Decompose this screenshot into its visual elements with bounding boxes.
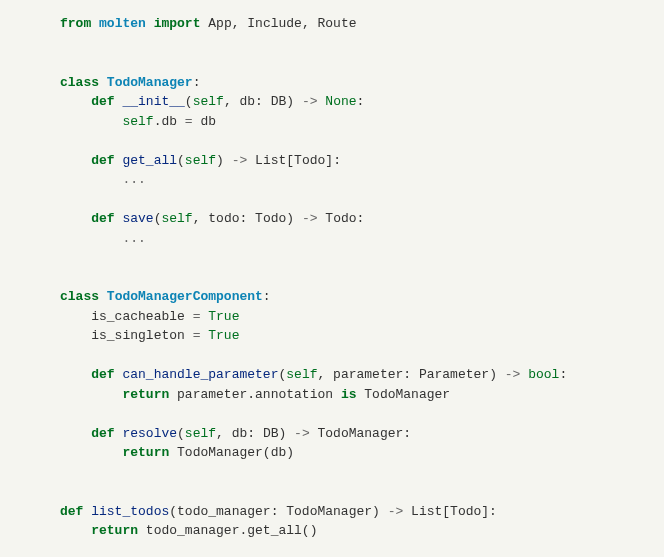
- rhs: TodoManager: [356, 387, 450, 402]
- keyword-def: def: [91, 426, 114, 441]
- self-param: self: [286, 367, 317, 382]
- rhs: db: [193, 114, 216, 129]
- equals: =: [185, 114, 193, 129]
- keyword-def: def: [91, 153, 114, 168]
- class-name: TodoManager: [107, 75, 193, 90]
- module-name: molten: [99, 16, 146, 31]
- return-type: bool: [528, 367, 559, 382]
- arrow: ->: [380, 504, 411, 519]
- keyword-class: class: [60, 289, 99, 304]
- self-param: self: [161, 211, 192, 226]
- keyword-def: def: [60, 504, 83, 519]
- paren: (: [177, 153, 185, 168]
- arrow: ->: [497, 367, 528, 382]
- bool-val: True: [200, 309, 239, 324]
- keyword-return: return: [122, 445, 169, 460]
- function-name: resolve: [122, 426, 177, 441]
- code-block: from molten import App, Include, Route c…: [0, 0, 664, 557]
- self-param: self: [185, 426, 216, 441]
- keyword-class: class: [60, 75, 99, 90]
- self-ref: self: [122, 114, 153, 129]
- expr: todo_manager.get_all(): [138, 523, 317, 538]
- bool-val: True: [200, 328, 239, 343]
- args: , todo: Todo): [193, 211, 294, 226]
- class-name: TodoManagerComponent: [107, 289, 263, 304]
- arrow: ->: [286, 426, 317, 441]
- return-type: List[Todo]: [255, 153, 333, 168]
- args: , db: DB): [224, 94, 294, 109]
- arrow: ->: [294, 211, 325, 226]
- self-param: self: [193, 94, 224, 109]
- keyword-from: from: [60, 16, 91, 31]
- self-param: self: [185, 153, 216, 168]
- keyword-import: import: [154, 16, 201, 31]
- arrow: ->: [294, 94, 325, 109]
- args: , parameter: Parameter): [318, 367, 497, 382]
- import-names: App, Include, Route: [208, 16, 356, 31]
- keyword-is: is: [341, 387, 357, 402]
- function-name: can_handle_parameter: [122, 367, 278, 382]
- colon: :: [559, 367, 567, 382]
- args: (todo_manager: TodoManager): [169, 504, 380, 519]
- keyword-def: def: [91, 94, 114, 109]
- function-name: get_all: [122, 153, 177, 168]
- return-type: Todo: [325, 211, 356, 226]
- arrow: ->: [224, 153, 255, 168]
- keyword-def: def: [91, 367, 114, 382]
- keyword-return: return: [122, 387, 169, 402]
- ellipsis: ...: [122, 231, 145, 246]
- return-type: TodoManager: [318, 426, 404, 441]
- return-type: None: [325, 94, 356, 109]
- paren: ): [216, 153, 224, 168]
- colon: :: [333, 153, 341, 168]
- expr: parameter.annotation: [169, 387, 341, 402]
- var-name: is_cacheable: [91, 309, 192, 324]
- paren: (: [185, 94, 193, 109]
- keyword-def: def: [91, 211, 114, 226]
- keyword-return: return: [91, 523, 138, 538]
- colon: :: [193, 75, 201, 90]
- colon: :: [403, 426, 411, 441]
- colon: :: [357, 94, 365, 109]
- function-name: list_todos: [91, 504, 169, 519]
- paren: (: [177, 426, 185, 441]
- var-name: is_singleton: [91, 328, 192, 343]
- colon: :: [357, 211, 365, 226]
- attr: .db: [154, 114, 185, 129]
- function-name: __init__: [122, 94, 184, 109]
- args: , db: DB): [216, 426, 286, 441]
- colon: :: [489, 504, 497, 519]
- function-name: save: [122, 211, 153, 226]
- colon: :: [263, 289, 271, 304]
- ellipsis: ...: [122, 172, 145, 187]
- expr: TodoManager(db): [169, 445, 294, 460]
- return-type: List[Todo]: [411, 504, 489, 519]
